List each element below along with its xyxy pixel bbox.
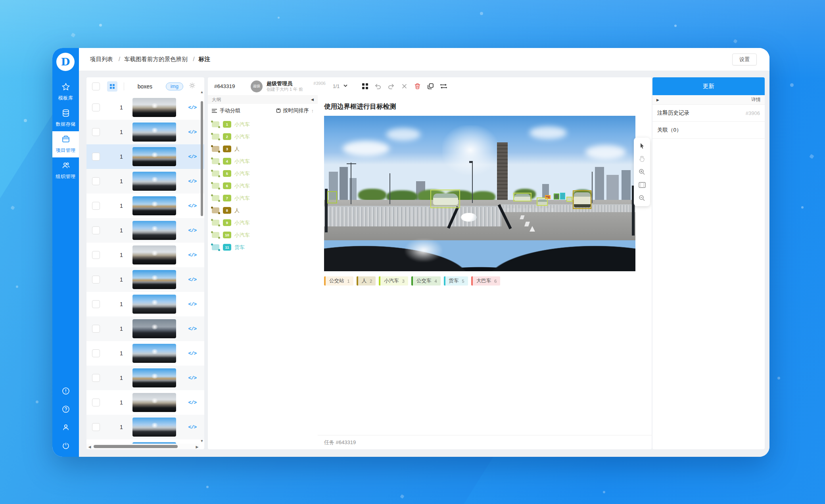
logout-icon[interactable] (62, 442, 70, 451)
sidebar-item-organization[interactable]: 组织管理 (52, 157, 79, 184)
bounding-box[interactable] (545, 195, 551, 199)
outline-item[interactable]: 5 小汽车 (208, 167, 318, 180)
sort-control[interactable]: 按时间排序 ↑ (276, 107, 314, 114)
label-tag[interactable]: 货车 5 (444, 276, 468, 286)
panorama-image[interactable] (324, 116, 635, 271)
code-icon[interactable]: </> (188, 105, 196, 111)
fit-screen-icon[interactable] (634, 178, 650, 192)
task-row[interactable]: 1 </> (86, 341, 204, 366)
label-tag[interactable]: 人 2 (357, 276, 376, 286)
group-by-control[interactable]: 手动分组 (212, 107, 240, 114)
close-icon[interactable] (399, 82, 409, 91)
select-tool-icon[interactable] (634, 139, 650, 152)
zoom-out-icon[interactable] (634, 192, 650, 205)
task-row[interactable]: 1 </> (86, 144, 204, 169)
row-checkbox[interactable] (92, 128, 100, 136)
row-checkbox[interactable] (92, 153, 100, 161)
chevron-down-icon[interactable] (343, 83, 348, 90)
row-thumbnail[interactable] (132, 147, 176, 166)
code-icon[interactable]: </> (188, 424, 196, 430)
sidebar-item-database[interactable]: 数据存储 (52, 105, 79, 131)
select-all-checkbox[interactable] (92, 82, 100, 90)
update-button[interactable]: 更新 (652, 77, 765, 95)
info-icon[interactable] (62, 387, 70, 397)
code-icon[interactable]: </> (188, 178, 196, 184)
duplicate-icon[interactable] (426, 82, 435, 91)
task-row[interactable]: 1 </> (86, 292, 204, 316)
sort-direction-arrow[interactable]: ↑ (311, 108, 314, 114)
code-icon[interactable]: </> (188, 252, 196, 258)
outline-item[interactable]: 10 小汽车 (208, 229, 318, 241)
gear-icon[interactable] (189, 82, 196, 90)
row-checkbox[interactable] (92, 374, 100, 382)
vertical-scrollbar[interactable]: ▲ ▼ (200, 96, 204, 443)
collapse-icon[interactable]: ◀ (311, 98, 314, 102)
bounding-box[interactable] (430, 190, 460, 208)
row-thumbnail[interactable] (132, 245, 176, 264)
row-thumbnail[interactable] (132, 393, 176, 412)
row-checkbox[interactable] (92, 276, 100, 284)
scrollbar-thumb[interactable] (201, 101, 203, 216)
user-icon[interactable] (62, 424, 70, 433)
outline-item[interactable]: 11 货车 (208, 241, 318, 253)
row-thumbnail[interactable] (132, 368, 176, 387)
code-icon[interactable]: </> (188, 351, 196, 356)
code-icon[interactable]: </> (188, 277, 196, 283)
task-row[interactable]: 1 </> (86, 95, 204, 120)
code-icon[interactable]: </> (188, 228, 196, 234)
breadcrumb-item[interactable]: 车载图看前方的景色辨别 (124, 56, 188, 62)
task-row[interactable]: 1 </> (86, 243, 204, 267)
bounding-box[interactable] (513, 193, 531, 201)
code-icon[interactable]: </> (188, 154, 196, 160)
row-checkbox[interactable] (92, 226, 100, 234)
scroll-right-arrow[interactable]: ▶ (196, 445, 199, 449)
scroll-down-arrow[interactable]: ▼ (200, 439, 204, 443)
task-row[interactable]: 1 </> (86, 218, 204, 243)
help-icon[interactable] (62, 405, 70, 415)
bounding-box[interactable] (573, 190, 591, 209)
delete-icon[interactable] (412, 82, 422, 91)
task-row[interactable]: 1 </> (86, 439, 204, 444)
scroll-up-arrow[interactable]: ▲ (200, 90, 204, 94)
task-row[interactable]: 1 </> (86, 267, 204, 292)
code-icon[interactable]: </> (188, 301, 196, 307)
row-checkbox[interactable] (92, 300, 100, 308)
row-checkbox[interactable] (92, 325, 100, 333)
row-checkbox[interactable] (92, 423, 100, 431)
row-thumbnail[interactable] (132, 295, 176, 314)
type-badge[interactable]: img (166, 82, 183, 90)
outline-item[interactable]: 2 小汽车 (208, 130, 318, 143)
pan-tool-icon[interactable] (634, 152, 650, 165)
task-row[interactable]: 1 </> (86, 194, 204, 218)
bounding-box[interactable] (560, 193, 565, 199)
bounding-box[interactable] (327, 191, 337, 203)
task-row[interactable]: 1 </> (86, 120, 204, 144)
row-thumbnail[interactable] (132, 221, 176, 240)
outline-item[interactable]: 3 人 (208, 143, 318, 155)
annotation-history-row[interactable]: 注释历史记录 #3906 (652, 105, 765, 122)
transfer-icon[interactable] (439, 82, 448, 91)
task-row[interactable]: 1 </> (86, 169, 204, 194)
row-thumbnail[interactable] (132, 344, 176, 363)
row-checkbox[interactable] (92, 177, 100, 185)
label-tag[interactable]: 公交车 4 (411, 276, 441, 286)
outline-item[interactable]: 6 小汽车 (208, 180, 318, 192)
row-thumbnail[interactable] (132, 98, 176, 117)
settings-button[interactable]: 设置 (732, 54, 757, 65)
code-icon[interactable]: </> (188, 400, 196, 406)
row-checkbox[interactable] (92, 103, 100, 111)
redo-icon[interactable] (386, 82, 396, 91)
outline-item[interactable]: 7 小汽车 (208, 192, 318, 204)
row-thumbnail[interactable] (132, 270, 176, 289)
scroll-left-arrow[interactable]: ◀ (88, 445, 91, 449)
task-row[interactable]: 1 </> (86, 366, 204, 390)
row-thumbnail[interactable] (132, 418, 176, 437)
outline-item[interactable]: 4 小汽车 (208, 155, 318, 167)
row-thumbnail[interactable] (132, 172, 176, 191)
row-checkbox[interactable] (92, 349, 100, 357)
row-thumbnail[interactable] (132, 123, 176, 142)
undo-icon[interactable] (373, 82, 383, 91)
label-tag[interactable]: 小汽车 3 (379, 276, 408, 286)
grid-view-icon[interactable] (360, 82, 370, 91)
row-thumbnail[interactable] (132, 319, 176, 338)
